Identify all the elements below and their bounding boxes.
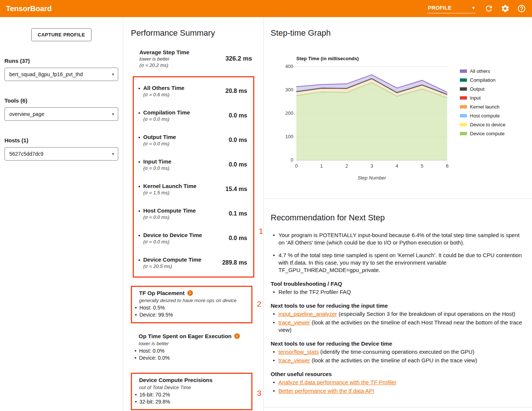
legend-item: Kernel launch <box>460 104 505 110</box>
bullet-text: Host: 0.0% <box>139 347 164 355</box>
metric-label: Device Compute Time <box>143 256 201 263</box>
section-item: Refer to the TF2 Profiler FAQ <box>273 288 523 296</box>
metric-row: •Kernel Launch Time(σ = 1.5 ms)15.4 ms <box>138 177 249 201</box>
bullet-icon: • <box>138 257 140 269</box>
eager-list: •Host: 0.0%•Device: 0.0% <box>134 347 255 362</box>
link-trace-viewer[interactable]: trace_viewer <box>278 319 310 326</box>
link-input-pipeline-analyzer[interactable]: input_pipeline_analyzer <box>278 311 337 317</box>
recommendation-bullet: 4.7 % of the total step time sampled is … <box>273 252 523 274</box>
bullet-item: •Host: 0.5% <box>134 304 248 311</box>
bullet-item: •Host: 0.0% <box>134 347 255 355</box>
annotation-2: 2 <box>257 300 261 308</box>
runs-select-value: bert_squad_8gpu_fp16_pvt_thd <box>9 71 83 77</box>
metric-sigma: (σ = 0.0 ms) <box>143 239 202 245</box>
svg-text:6: 6 <box>446 163 448 169</box>
dashboard-selector[interactable]: PROFILE ▾ <box>427 4 475 13</box>
tools-select[interactable]: overview_page ▾ <box>4 107 118 121</box>
precisions-subtitle: out of Total Device Time <box>139 385 248 390</box>
bullet-text: Host: 0.5% <box>139 304 165 311</box>
metric-row: •Device Compute Time(σ = 20.5 ms)289.8 m… <box>138 250 249 275</box>
hosts-label: Hosts (1) <box>4 137 118 143</box>
legend-label: Host compute <box>470 113 500 119</box>
section-item: trace_viewer (look at the activities on … <box>273 357 523 364</box>
svg-text:5: 5 <box>421 163 423 169</box>
section-list: tensorflow_stats (identify the time-cons… <box>273 348 523 364</box>
recommendation-sections: Tool troubleshooting / FAQRefer to the T… <box>271 281 523 395</box>
chevron-down-icon: ▾ <box>112 111 114 117</box>
svg-text:400: 400 <box>285 64 293 69</box>
tf-op-placement-title-row: TF Op Placementi <box>134 290 248 297</box>
legend-item: All others <box>460 68 505 74</box>
legend-swatch <box>460 69 467 73</box>
metric-label: Host Compute Time <box>143 207 196 214</box>
bullet-text: 32-bit: 29.8% <box>139 398 170 405</box>
refresh-button[interactable] <box>484 3 494 14</box>
link-analyze-tf-data-performance-with-the-tf-profiler[interactable]: Analyze tf.data performance with the TF … <box>278 379 396 385</box>
help-button[interactable] <box>516 3 527 14</box>
settings-button[interactable] <box>500 3 510 14</box>
help-icon <box>517 4 526 13</box>
section-heading: Next tools to use for reducing the Devic… <box>271 340 523 347</box>
section-item: Analyze tf.data performance with the TF … <box>273 379 523 386</box>
metric-value: 326.2 ms <box>225 55 254 62</box>
bullet-item: •Device: 0.0% <box>134 355 255 362</box>
capture-profile-button[interactable]: CAPTURE PROFILE <box>31 28 91 41</box>
legend-label: All others <box>470 68 490 74</box>
link-better-performance-with-the-tf-data-api[interactable]: Better performance with the tf.data API <box>278 388 374 394</box>
legend-item: Compilation <box>460 77 505 83</box>
metric-label: Input Time <box>143 158 171 165</box>
precisions-title-row: Device Compute Precisions <box>134 377 248 384</box>
tf-op-placement-box: TF Op Placementi generally desired to ha… <box>131 286 252 323</box>
average-step-time-text: Average Step Time lower is better (σ = 2… <box>139 49 189 68</box>
svg-text:4: 4 <box>396 163 398 169</box>
legend-label: Input <box>470 95 481 101</box>
metric-row: •Device to Device Time(σ = 0.0 ms)0.0 ms <box>138 226 249 250</box>
metric-value: 0.0 ms <box>229 137 249 143</box>
bullet-icon: • <box>135 391 137 398</box>
bullet-icon: • <box>135 347 136 355</box>
info-icon[interactable]: i <box>234 333 240 339</box>
legend-label: Device to device <box>470 122 505 127</box>
section-heading: Next tools to use for reducing the input… <box>271 302 523 309</box>
bullet-icon: • <box>135 355 136 362</box>
hosts-field: Hosts (1) 5627c5dd7dc9 ▾ <box>4 137 118 161</box>
metric-value: 289.8 ms <box>222 259 249 266</box>
bullet-icon: • <box>138 183 140 195</box>
metric-text: Compilation Time(σ = 0.0 ms) <box>143 109 190 122</box>
section-item: Better performance with the tf.data API <box>273 387 523 395</box>
legend-item: Host compute <box>460 113 505 119</box>
hosts-select[interactable]: 5627c5dd7dc9 ▾ <box>4 147 118 161</box>
eager-execution-block: Op Time Spent on Eager Executioni lower … <box>134 333 255 362</box>
metric-row: •All Others Time(σ = 0.6 ms)20.8 ms <box>138 79 249 103</box>
eager-subtitle: lower is better <box>139 341 255 346</box>
runs-select[interactable]: bert_squad_8gpu_fp16_pvt_thd ▾ <box>4 68 118 81</box>
eager-title-row: Op Time Spent on Eager Executioni <box>134 333 255 340</box>
bullet-icon: • <box>135 398 137 405</box>
metric-value: 20.8 ms <box>225 88 249 94</box>
metric-subtitle: lower is better <box>139 56 189 62</box>
svg-text:300: 300 <box>285 87 293 93</box>
metric-text: Kernel Launch Time(σ = 1.5 ms) <box>143 183 196 195</box>
svg-text:2: 2 <box>345 163 348 169</box>
section-heading: Tool troubleshooting / FAQ <box>271 281 523 287</box>
refresh-icon <box>484 4 493 13</box>
metric-sigma: (σ = 0.0 ms) <box>143 116 190 122</box>
link-trace-viewer[interactable]: trace_viewer <box>278 357 310 363</box>
hosts-select-value: 5627c5dd7dc9 <box>9 151 43 157</box>
bullet-icon: • <box>138 110 140 122</box>
section-heading: Other useful resources <box>271 371 523 377</box>
tools-field: Tools (6) overview_page ▾ <box>4 97 118 121</box>
info-icon[interactable]: i <box>187 290 193 296</box>
metric-text: Host Compute Time(σ = 0.0 ms) <box>143 207 196 220</box>
metric-label: Kernel Launch Time <box>143 183 196 189</box>
performance-summary-panel: Performance Summary Average Step Time lo… <box>123 17 264 411</box>
svg-text:0: 0 <box>291 157 293 163</box>
metric-text: Output Time(σ = 0.0 ms) <box>143 134 176 146</box>
svg-text:100: 100 <box>285 134 293 139</box>
gear-icon <box>501 4 510 13</box>
legend-label: Output <box>470 86 484 92</box>
link-tensorflow-stats[interactable]: tensorflow_stats <box>278 349 319 355</box>
section-list: input_pipeline_analyzer (especially Sect… <box>273 310 523 334</box>
legend-swatch <box>460 123 467 126</box>
bullet-text: 16-bit: 70.2% <box>139 391 170 398</box>
